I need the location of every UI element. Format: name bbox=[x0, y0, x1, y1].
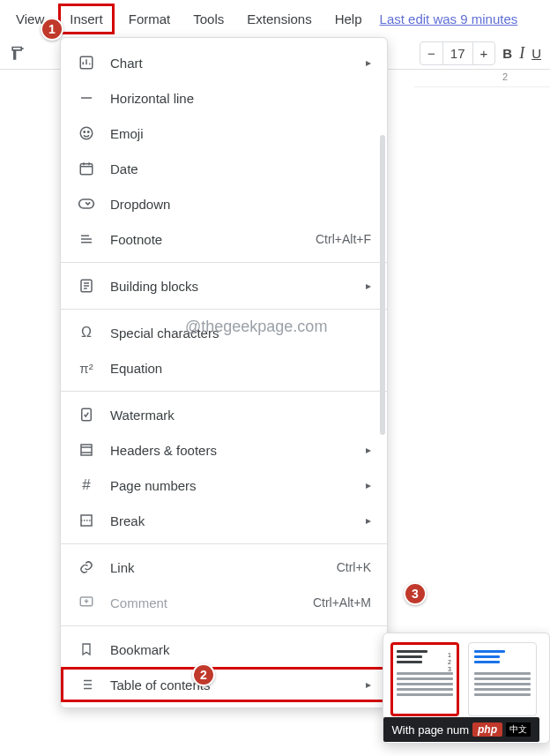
menu-label: Chart bbox=[110, 56, 360, 71]
building-blocks-icon bbox=[77, 276, 96, 296]
menu-extensions[interactable]: Extensions bbox=[238, 6, 320, 32]
menu-item-link[interactable]: Link Ctrl+K bbox=[61, 550, 387, 585]
chart-icon bbox=[77, 53, 96, 72]
ruler: 2 bbox=[414, 70, 550, 87]
svg-point-3 bbox=[84, 131, 85, 133]
divider bbox=[61, 625, 387, 626]
toc-icon bbox=[77, 675, 96, 694]
menu-item-table-of-contents[interactable]: Table of contents ▸ bbox=[61, 667, 387, 702]
pi-icon: π² bbox=[77, 358, 96, 378]
font-size-value[interactable]: 17 bbox=[442, 42, 472, 64]
divider bbox=[61, 391, 387, 392]
menu-item-horizontal-line[interactable]: Horizontal line bbox=[61, 80, 387, 116]
dropdown-icon bbox=[77, 194, 96, 213]
comment-icon bbox=[77, 593, 96, 612]
svg-rect-18 bbox=[81, 445, 92, 455]
menu-label: Emoji bbox=[110, 126, 371, 141]
menubar: View Insert Format Tools Extensions Help… bbox=[0, 0, 550, 36]
underline-button[interactable]: U bbox=[531, 46, 541, 61]
watermark-icon bbox=[77, 405, 96, 424]
toc-option-links[interactable] bbox=[468, 642, 537, 716]
menu-label: Date bbox=[110, 161, 371, 176]
menu-item-watermark[interactable]: Watermark bbox=[61, 397, 387, 432]
menu-label: Table of contents bbox=[110, 677, 360, 692]
menu-item-page-numbers[interactable]: # Page numbers ▸ bbox=[61, 468, 387, 503]
last-edit-link[interactable]: Last edit was 9 minutes bbox=[380, 11, 518, 26]
menu-label: Horizontal line bbox=[110, 91, 371, 106]
chevron-right-icon: ▸ bbox=[366, 678, 371, 691]
toc-option-with-page-numbers[interactable]: 1 2 3 bbox=[390, 642, 459, 716]
chevron-right-icon: ▸ bbox=[366, 479, 371, 491]
font-size-control[interactable]: − 17 + bbox=[420, 41, 495, 65]
omega-icon: Ω bbox=[77, 323, 96, 342]
menu-format[interactable]: Format bbox=[120, 6, 180, 32]
paint-format-icon[interactable] bbox=[9, 45, 26, 63]
footnote-icon bbox=[77, 229, 96, 249]
menu-label: Special characters bbox=[110, 326, 371, 341]
font-size-minus[interactable]: − bbox=[420, 42, 442, 64]
annotation-badge-1: 1 bbox=[41, 18, 63, 41]
menu-label: Footnote bbox=[110, 232, 316, 247]
bookmark-icon bbox=[77, 640, 96, 659]
menu-label: Bookmark bbox=[110, 642, 371, 657]
menu-item-date[interactable]: Date bbox=[61, 151, 387, 186]
menu-label: Building blocks bbox=[110, 279, 360, 294]
chevron-right-icon: ▸ bbox=[366, 280, 371, 292]
ruler-tick-2: 2 bbox=[502, 71, 508, 82]
menu-item-bookmark[interactable]: Bookmark bbox=[61, 632, 387, 667]
menu-tools[interactable]: Tools bbox=[184, 6, 233, 32]
menu-item-special-characters[interactable]: Ω Special characters bbox=[61, 315, 387, 350]
chevron-right-icon: ▸ bbox=[366, 444, 371, 456]
menu-item-building-blocks[interactable]: Building blocks ▸ bbox=[61, 268, 387, 303]
svg-point-4 bbox=[88, 131, 90, 133]
divider bbox=[61, 262, 387, 263]
menu-label: Dropdown bbox=[110, 197, 371, 212]
hash-icon: # bbox=[77, 475, 96, 495]
chevron-right-icon: ▸ bbox=[366, 514, 371, 527]
chevron-right-icon: ▸ bbox=[366, 56, 371, 69]
menu-label: Watermark bbox=[110, 408, 371, 423]
break-icon bbox=[77, 511, 96, 530]
php-badge: php bbox=[472, 722, 502, 737]
menu-item-chart[interactable]: Chart ▸ bbox=[61, 45, 387, 80]
menu-insert[interactable]: Insert bbox=[58, 4, 115, 34]
menu-item-emoji[interactable]: Emoji bbox=[61, 116, 387, 151]
emoji-icon bbox=[77, 124, 96, 143]
annotation-badge-3: 3 bbox=[404, 582, 427, 605]
headers-footers-icon bbox=[77, 440, 96, 460]
cn-badge: 中文 bbox=[506, 722, 531, 737]
menu-item-footnote[interactable]: Footnote Ctrl+Alt+F bbox=[61, 221, 387, 257]
shortcut: Ctrl+Alt+M bbox=[313, 595, 371, 610]
svg-rect-5 bbox=[80, 164, 93, 175]
menu-label: Equation bbox=[110, 361, 371, 376]
font-size-plus[interactable]: + bbox=[472, 42, 495, 64]
menu-item-equation[interactable]: π² Equation bbox=[61, 350, 387, 385]
bold-button[interactable]: B bbox=[502, 46, 512, 61]
divider bbox=[61, 309, 387, 310]
menu-label: Comment bbox=[110, 595, 313, 610]
menu-label: Break bbox=[110, 513, 360, 528]
menu-label: Headers & footers bbox=[110, 443, 360, 458]
menu-label: Page numbers bbox=[110, 478, 360, 493]
menu-label: Link bbox=[110, 560, 337, 575]
menu-item-break[interactable]: Break ▸ bbox=[61, 503, 387, 538]
calendar-icon bbox=[77, 159, 96, 178]
menu-help[interactable]: Help bbox=[326, 6, 371, 32]
shortcut: Ctrl+K bbox=[337, 560, 371, 574]
italic-button[interactable]: I bbox=[519, 44, 524, 63]
menu-item-dropdown[interactable]: Dropdown bbox=[61, 186, 387, 221]
menu-item-headers-footers[interactable]: Headers & footers ▸ bbox=[61, 432, 387, 468]
annotation-badge-2: 2 bbox=[192, 663, 215, 686]
shortcut: Ctrl+Alt+F bbox=[316, 232, 371, 246]
hline-icon bbox=[77, 88, 96, 108]
menu-item-comment: Comment Ctrl+Alt+M bbox=[61, 585, 387, 620]
divider bbox=[61, 543, 387, 544]
link-icon bbox=[77, 558, 96, 577]
tooltip: With page num php 中文 bbox=[383, 717, 539, 742]
svg-point-2 bbox=[80, 127, 93, 139]
insert-menu-dropdown: Chart ▸ Horizontal line Emoji Date Dropd… bbox=[60, 37, 388, 708]
tooltip-text: With page num bbox=[392, 723, 469, 737]
